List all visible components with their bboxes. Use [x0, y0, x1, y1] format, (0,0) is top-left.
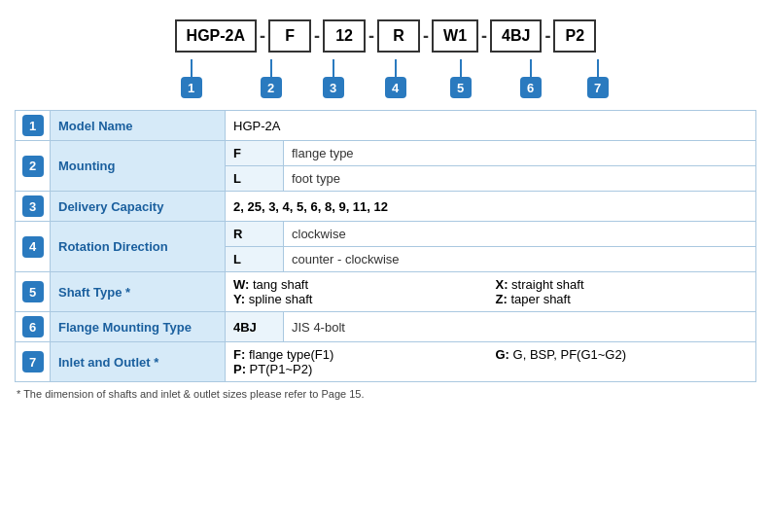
number-badge-4: 4 [385, 77, 406, 98]
row-num-4: 4 [16, 222, 51, 272]
desc-cell-4-1: counter - clockwise [284, 247, 756, 272]
code-box-6: 4BJ [490, 19, 542, 53]
code-box-4: R [377, 19, 420, 53]
desc-cell-4-0: clockwise [284, 222, 756, 247]
model-code-diagram: HGP-2A - F - 12 - R - W1 - 4BJ - P2 [15, 10, 756, 57]
shaft-values: W: tang shaftY: spline shaftX: straight … [226, 272, 756, 312]
shaft-item: Z: taper shaft [496, 292, 749, 306]
code-cell-6-0: 4BJ [226, 312, 284, 342]
row-num-3: 3 [16, 192, 51, 222]
inlet-item: P: PT(P1~P2) [233, 362, 486, 376]
label-2: Mounting [51, 141, 226, 192]
number-badge-2: 2 [261, 77, 282, 98]
row-num-1: 1 [16, 111, 51, 141]
number-badge-3: 3 [323, 77, 344, 98]
desc-cell-6-0: JIS 4-bolt [284, 312, 756, 342]
desc-cell-2-0: flange type [284, 141, 756, 166]
value-3: 2, 25, 3, 4, 5, 6, 8, 9, 11, 12 [226, 192, 756, 222]
code-cell-4-1: L [226, 247, 284, 272]
code-box-7: P2 [553, 19, 596, 53]
code-separator: - [311, 26, 323, 47]
badge-cell-3: 3 [312, 59, 355, 98]
badge-cell-4: 4 [374, 59, 417, 98]
code-cell-4-0: R [226, 222, 284, 247]
number-badge-7: 7 [587, 77, 609, 98]
code-separator: - [420, 26, 432, 47]
row-num-7: 7 [16, 342, 51, 382]
number-badge-1: 1 [181, 77, 202, 98]
label-7: Inlet and Outlet * [51, 342, 226, 382]
code-box-1: HGP-2A [175, 19, 257, 53]
inlet-values: F: flange type(F1)P: PT(P1~P2)G: G, BSP,… [226, 342, 756, 382]
number-badge-6: 6 [520, 77, 542, 98]
inlet-item: F: flange type(F1) [233, 347, 486, 362]
inlet-item: G: G, BSP, PF(G1~G2) [496, 347, 749, 362]
label-3: Delivery Capacity [51, 192, 226, 222]
code-box-3: 12 [323, 19, 366, 53]
code-separator: - [542, 26, 553, 47]
label-1: Model Name [51, 111, 226, 141]
label-6: Flange Mounting Type [51, 312, 226, 342]
shaft-item: W: tang shaft [233, 277, 486, 292]
desc-cell-2-1: foot type [284, 166, 756, 192]
label-4: Rotation Direction [51, 222, 226, 272]
number-badge-5: 5 [450, 77, 472, 98]
row-num-2: 2 [16, 141, 51, 192]
value-1: HGP-2A [226, 111, 756, 141]
code-box-5: W1 [432, 19, 478, 53]
row-num-6: 6 [16, 312, 51, 342]
code-cell-2-0: F [226, 141, 284, 166]
badge-cell-5: 5 [437, 59, 485, 98]
footnote: * The dimension of shafts and inlet & ou… [15, 388, 756, 400]
shaft-item: X: straight shaft [496, 277, 749, 292]
number-badges-row: 1234567 [15, 57, 756, 106]
badge-cell-7: 7 [577, 59, 619, 98]
badge-cell-2: 2 [250, 59, 293, 98]
badge-cell-1: 1 [153, 59, 230, 98]
code-separator: - [257, 26, 268, 47]
badge-cell-6: 6 [505, 59, 557, 98]
row-num-5: 5 [16, 272, 51, 312]
shaft-item: Y: spline shaft [233, 292, 486, 306]
spec-table: 1Model NameHGP-2A2MountingFflange typeLf… [15, 110, 756, 382]
code-box-2: F [268, 19, 311, 53]
code-separator: - [366, 26, 377, 47]
code-cell-2-1: L [226, 166, 284, 192]
code-separator: - [478, 26, 490, 47]
label-5: Shaft Type * [51, 272, 226, 312]
